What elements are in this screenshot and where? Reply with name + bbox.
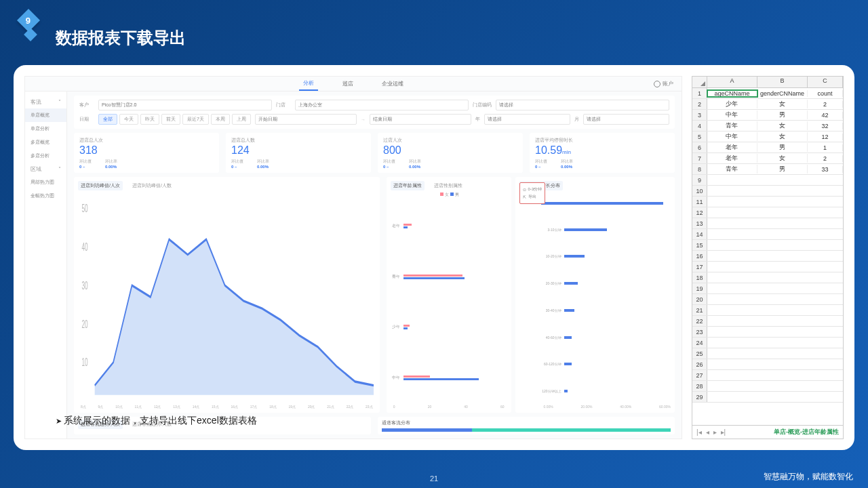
visit-peak-card: 进店到访峰值/人次进店到访峰值/人数 5040302010 8点9点10点11点…: [74, 177, 380, 413]
sidebar: 客流˅ 单店概览 单店分析 多店概览 多店分析 区域˅ 局部热力图 全幅热力图: [25, 92, 67, 439]
area-chart: 5040302010: [78, 193, 376, 405]
date-yesterday[interactable]: 昨天: [140, 114, 159, 125]
sidebar-group-zone[interactable]: 区域˅: [25, 163, 66, 176]
col-c[interactable]: C: [808, 77, 843, 87]
content-area: 分析 巡店 企业运维 账户 客流˅ 单店概览 单店分析 多店概览 多店分析 区域…: [14, 65, 854, 450]
date-before[interactable]: 前天: [161, 114, 180, 125]
tab-patrol[interactable]: 巡店: [338, 77, 357, 90]
end-date[interactable]: 结束日期: [370, 114, 471, 125]
channel-card: 通道客流分布: [378, 417, 675, 434]
tab-ops[interactable]: 企业运维: [378, 77, 408, 90]
excel-preview: A B C 1ageCNNamegenderCNNamecount2少年女23中…: [692, 76, 844, 439]
date-7days[interactable]: 最近7天: [182, 114, 209, 125]
sheet-nav[interactable]: |◂◂▸▸|: [696, 428, 726, 436]
kpi-card: 进店平均停留时长10.59min环比值0 –环比率0.00%: [530, 133, 675, 173]
tab-gender[interactable]: 进店性别属性: [431, 181, 465, 190]
bullet-text: 系统展示的数据，支持导出线下excel数据表格: [56, 415, 257, 427]
date-thisweek[interactable]: 本周: [211, 114, 230, 125]
svg-text:20: 20: [81, 317, 87, 330]
date-today[interactable]: 今天: [119, 114, 138, 125]
svg-text:30: 30: [81, 279, 87, 292]
kpi-row: 进店总人次318环比值0 –环比率0.00%进店总人数124环比值0 –环比率0…: [74, 133, 675, 173]
svg-text:50: 50: [81, 202, 87, 215]
customer-select[interactable]: Pico智慧门店2.0: [98, 100, 272, 110]
svg-text:40: 40: [81, 241, 87, 253]
month-select[interactable]: 请选择: [583, 114, 669, 125]
tab-age[interactable]: 进店年龄属性: [391, 181, 425, 190]
user-menu[interactable]: 账户: [654, 80, 673, 87]
sidebar-item-single-analysis[interactable]: 单店分析: [25, 122, 66, 136]
storecode-select[interactable]: 请选择: [496, 100, 669, 110]
filter-bar: 客户Pico智慧门店2.0 门店上海办公室 门店编码请选择 日期 全部 今天 昨…: [74, 96, 675, 129]
kpi-card: 进店总人次318环比值0 –环比率0.00%: [74, 133, 219, 173]
tagline: 智慧融万物，赋能数智化: [764, 471, 853, 483]
sheet-tab[interactable]: 单店-概览-进店年龄属性: [774, 428, 839, 436]
export-menu[interactable]: ⊙0-3分钟 ⇱导出: [519, 182, 546, 204]
slide-number-badge: 9: [20, 12, 37, 28]
sidebar-item-multi-overview[interactable]: 多店概览: [25, 136, 66, 149]
dashboard-screenshot: 分析 巡店 企业运维 账户 客流˅ 单店概览 单店分析 多店概览 多店分析 区域…: [24, 76, 682, 439]
decoration-diamond: [24, 28, 37, 41]
duration-card: 进店停留时长分布 ⊙0-3分钟 ⇱导出 3-10分钟 10-20分钟 20-30: [515, 177, 675, 413]
sidebar-group-traffic[interactable]: 客流˅: [25, 96, 66, 108]
store-select[interactable]: 上海办公室: [295, 100, 469, 110]
slide-title: 数据报表下载导出: [56, 27, 186, 49]
col-a[interactable]: A: [707, 77, 757, 87]
date-lastweek[interactable]: 上周: [232, 114, 251, 125]
svg-text:10: 10: [81, 356, 87, 369]
top-nav: 分析 巡店 企业运维 账户: [25, 77, 682, 92]
page-number: 21: [430, 474, 438, 483]
sidebar-item-local-heatmap[interactable]: 局部热力图: [25, 176, 66, 189]
tab-peak-visits[interactable]: 进店到访峰值/人次: [78, 181, 123, 190]
kpi-card: 进店总人数124环比值0 –环比率0.00%: [226, 133, 371, 173]
tab-analysis[interactable]: 分析: [299, 77, 318, 91]
tab-peak-people[interactable]: 进店到访峰值/人数: [130, 181, 174, 190]
sidebar-item-multi-analysis[interactable]: 多店分析: [25, 149, 66, 163]
kpi-card: 过店人次800环比值0 –环比率0.00%: [378, 133, 523, 173]
start-date[interactable]: 开始日期: [255, 114, 357, 125]
user-icon: [654, 81, 660, 87]
date-all[interactable]: 全部: [98, 114, 117, 125]
sidebar-item-full-heatmap[interactable]: 全幅热力图: [25, 189, 66, 203]
select-all-corner[interactable]: [692, 77, 707, 87]
sidebar-item-single-overview[interactable]: 单店概览: [25, 108, 66, 122]
year-select[interactable]: 请选择: [484, 114, 570, 125]
col-b[interactable]: B: [757, 77, 808, 87]
age-card: 进店年龄属性进店性别属性 女男 老年 青年 少年 中年 0204060: [387, 177, 511, 413]
